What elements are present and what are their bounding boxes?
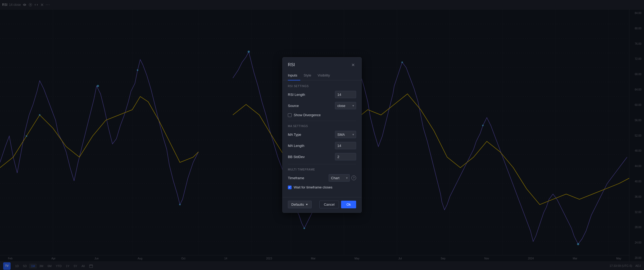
ma-settings-label: MA SETTINGS <box>288 125 356 128</box>
timeframe-select-wrapper: Chart 1m 5m 15m 1h 4h 1D 1W ▼ <box>329 174 350 182</box>
source-label: Source <box>288 104 299 108</box>
show-divergence-row: Show Divergence <box>288 113 356 117</box>
bb-stddev-row: BB StdDev <box>288 153 356 160</box>
defaults-label: Defaults <box>291 202 304 206</box>
modal-close-button[interactable]: ✕ <box>350 62 356 68</box>
show-divergence-label: Show Divergence <box>294 113 321 117</box>
timeframe-row: Timeframe Chart 1m 5m 15m 1h 4h 1D 1W ▼ <box>288 174 356 182</box>
ma-type-select-wrapper: SMA EMA WMA VWMA SMMA ▼ <box>335 131 356 138</box>
wait-for-close-checkbox[interactable] <box>288 186 292 189</box>
timeframe-select[interactable]: Chart 1m 5m 15m 1h 4h 1D 1W <box>329 174 350 182</box>
rsi-settings-label: RSI SETTINGS <box>288 85 356 88</box>
ma-type-row: MA Type SMA EMA WMA VWMA SMMA ▼ <box>288 131 356 138</box>
tab-style[interactable]: Style <box>300 71 314 80</box>
ma-type-select[interactable]: SMA EMA WMA VWMA SMMA <box>335 131 356 138</box>
wait-for-close-row: Wait for timeframe closes <box>288 185 356 189</box>
bb-stddev-label: BB StdDev <box>288 155 305 159</box>
tab-visibility[interactable]: Visibility <box>314 71 333 80</box>
rsi-length-label: RSI Length <box>288 93 305 97</box>
defaults-chevron: ▼ <box>306 203 308 206</box>
wait-for-close-label: Wait for timeframe closes <box>294 185 332 189</box>
multi-timeframe-label: MULTI TIMEFRAME <box>288 168 356 171</box>
help-icon[interactable]: ? <box>351 176 356 180</box>
cancel-button[interactable]: Cancel <box>319 201 339 208</box>
source-row: Source close open high low hl2 hlc3 ohlc… <box>288 102 356 109</box>
bb-stddev-input[interactable] <box>335 153 356 160</box>
rsi-modal: RSI ✕ Inputs Style Visibility RSI SETTIN… <box>282 57 362 213</box>
source-select[interactable]: close open high low hl2 hlc3 ohlc4 <box>335 102 356 109</box>
tab-inputs[interactable]: Inputs <box>288 71 300 80</box>
modal-tabs: Inputs Style Visibility <box>283 71 361 80</box>
section-divider-2 <box>288 164 356 164</box>
modal-body: RSI SETTINGS RSI Length Source close ope… <box>283 80 361 197</box>
ma-length-row: MA Length <box>288 142 356 149</box>
show-divergence-checkbox[interactable] <box>288 113 292 117</box>
rsi-length-input[interactable] <box>335 91 356 98</box>
rsi-length-row: RSI Length <box>288 91 356 98</box>
source-select-wrapper: close open high low hl2 hlc3 ohlc4 ▼ <box>335 102 356 109</box>
timeframe-controls: Chart 1m 5m 15m 1h 4h 1D 1W ▼ ? <box>329 174 356 182</box>
ma-type-label: MA Type <box>288 133 301 137</box>
footer-right: Cancel Ok <box>319 201 356 208</box>
modal-footer: Defaults ▼ Cancel Ok <box>283 197 361 213</box>
ma-length-input[interactable] <box>335 142 356 149</box>
timeframe-label: Timeframe <box>288 176 304 180</box>
defaults-button[interactable]: Defaults ▼ <box>288 201 312 208</box>
section-divider-1 <box>288 121 356 121</box>
modal-header: RSI ✕ <box>283 57 361 68</box>
ma-length-label: MA Length <box>288 144 304 148</box>
ok-button[interactable]: Ok <box>341 201 356 208</box>
modal-title: RSI <box>288 62 295 67</box>
